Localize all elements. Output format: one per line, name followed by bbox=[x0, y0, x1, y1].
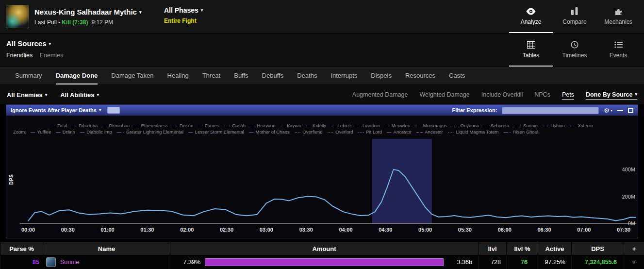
amount-percent: 7.39% bbox=[173, 259, 200, 266]
legend-item-mother-of-chaos[interactable]: —Mother of Chaos bbox=[249, 129, 290, 134]
legend-item-overlord[interactable]: ····Overlord bbox=[328, 129, 353, 134]
y-axis-title: DPS bbox=[9, 174, 14, 185]
enemies-toggle[interactable]: Enemies bbox=[40, 52, 64, 59]
view-events[interactable]: Events bbox=[596, 34, 640, 67]
legend-item-risen-ghoul[interactable]: — ·Risen Ghoul bbox=[503, 129, 538, 134]
view-timelines[interactable]: Timelines bbox=[553, 34, 596, 67]
legend-dash-icon: – – bbox=[415, 123, 421, 128]
top-nav: Analyze Compare Mechanics bbox=[509, 0, 644, 33]
tab-damage-taken[interactable]: Damage Taken bbox=[111, 67, 153, 84]
tab-summary[interactable]: Summary bbox=[15, 67, 42, 84]
view-tables[interactable]: Tables bbox=[509, 34, 553, 67]
legend-item-fornes[interactable]: —Fornes bbox=[198, 123, 219, 128]
legend-item-kid-lly[interactable]: —Kidèlly bbox=[306, 123, 327, 128]
legend-item-xstenio[interactable]: ····Xstenio bbox=[570, 123, 593, 128]
friendlies-toggle[interactable]: Friendlies bbox=[6, 52, 33, 59]
legend-item-lesser-storm-elemental[interactable]: —Lesser Storm Elemental bbox=[188, 129, 244, 134]
legend-item-sunnie[interactable]: — ·Sunnie bbox=[514, 123, 538, 128]
legend-item-kayvar[interactable]: —Kayvar bbox=[281, 123, 301, 128]
all-enemies-dropdown[interactable]: All Enemies bbox=[7, 91, 47, 99]
tab-debuffs[interactable]: Debuffs bbox=[262, 67, 284, 84]
legend-item-ushioo[interactable]: ····Ushioo bbox=[543, 123, 565, 128]
legend-item-diabolic-imp[interactable]: —Diabolic Imp bbox=[80, 129, 112, 134]
col-name[interactable]: Name bbox=[43, 242, 170, 255]
col-plus[interactable]: + bbox=[624, 242, 644, 255]
legend-item-dkminhao[interactable]: —Dkminhao bbox=[102, 123, 130, 128]
zoom-selection-band[interactable] bbox=[372, 139, 432, 223]
legend-item-pit-lord[interactable]: ····Pit Lord bbox=[358, 129, 382, 134]
tab-buffs[interactable]: Buffs bbox=[234, 67, 248, 84]
option-npcs[interactable]: NPCs bbox=[534, 90, 550, 99]
dps-chart-svg[interactable]: 00:0000:3001:0001:3002:0002:3003:0003:30… bbox=[6, 136, 638, 238]
tab-dispels[interactable]: Dispels bbox=[371, 67, 392, 84]
legend-item-total[interactable]: —Total bbox=[51, 123, 67, 128]
legend-dash-icon: ···· bbox=[295, 129, 301, 134]
col-parse[interactable]: Parse % bbox=[0, 242, 43, 255]
all-sources-dropdown[interactable]: All Sources bbox=[6, 39, 63, 48]
all-abilities-dropdown[interactable]: All Abilities bbox=[60, 91, 99, 99]
dps-chart[interactable]: DPS 00:0000:3001:0001:3002:0002:3003:000… bbox=[6, 135, 638, 238]
legend-item-ancestor[interactable]: – –Ancestor bbox=[416, 129, 443, 134]
legend-item-greater-lightning-elemental[interactable]: — ·Greater Lightning Elemental bbox=[116, 129, 183, 134]
maximize-icon[interactable] bbox=[628, 108, 633, 113]
player-name[interactable]: Sunnie bbox=[60, 259, 79, 266]
sources-block: All Sources Friendlies Enemies bbox=[0, 34, 63, 67]
legend-item-liandriin[interactable]: —Liandriin bbox=[356, 123, 380, 128]
legend-item-morsmagus[interactable]: – –Morsmagus bbox=[415, 123, 447, 128]
col-ilvl[interactable]: Ilvl bbox=[479, 242, 507, 255]
tab-casts[interactable]: Casts bbox=[449, 67, 465, 84]
col-ilvl-pct[interactable]: Ilvl % bbox=[507, 242, 538, 255]
legend-item-etherealness[interactable]: —Etherealness bbox=[134, 123, 168, 128]
x-tick-label: 03:30 bbox=[299, 227, 313, 233]
tab-interrupts[interactable]: Interrupts bbox=[330, 67, 357, 84]
legend-item-seboreia[interactable]: —Seboreia bbox=[484, 123, 509, 128]
legend-dash-icon: — bbox=[385, 123, 390, 128]
phase-dropdown[interactable]: All Phases bbox=[164, 6, 203, 14]
legend-item-heavann[interactable]: —Heavann bbox=[250, 123, 276, 128]
ignore-deaths-dropdown[interactable]: Ignore Events After Player Deaths bbox=[11, 107, 101, 113]
legend-item-meowfec[interactable]: —Meowfec bbox=[385, 123, 410, 128]
expand-row-button[interactable]: + bbox=[624, 255, 644, 269]
tab-healing[interactable]: Healing bbox=[167, 67, 189, 84]
option-include-overkill[interactable]: Include Overkill bbox=[481, 90, 523, 99]
legend-item-oriyanna[interactable]: – –Oriyanna bbox=[452, 123, 479, 128]
legend-item-firezin[interactable]: —Firezin bbox=[173, 123, 193, 128]
legend-item-ancestor[interactable]: —Ancestor bbox=[387, 129, 412, 134]
col-active[interactable]: Active bbox=[538, 242, 572, 255]
col-amount[interactable]: Amount bbox=[170, 242, 479, 255]
option-pets[interactable]: Pets bbox=[562, 90, 574, 100]
legend-item--r-rin[interactable]: —Ðrárin bbox=[56, 129, 75, 134]
nav-analyze[interactable]: Analyze bbox=[509, 0, 553, 33]
nav-mechanics[interactable]: Mechanics bbox=[596, 0, 640, 33]
parse-value[interactable]: 85 bbox=[33, 259, 39, 266]
legend-item-yuffiee[interactable]: —Yuffiee bbox=[31, 129, 51, 134]
filter-expression-input[interactable] bbox=[502, 107, 599, 114]
option-done-by-source[interactable]: Done By Source bbox=[586, 90, 637, 100]
dps-total-line bbox=[28, 169, 636, 221]
option-weighted-damage[interactable]: Weighted Damage bbox=[419, 90, 469, 99]
legend-name: Yuffiee bbox=[37, 129, 51, 134]
view-timelines-label: Timelines bbox=[562, 52, 587, 59]
zoom-label: Zoom: bbox=[13, 129, 26, 134]
tab-resources[interactable]: Resources bbox=[405, 67, 435, 84]
gear-icon[interactable] bbox=[604, 107, 612, 114]
legend-dash-icon: ···· bbox=[328, 129, 334, 134]
tab-damage-done[interactable]: Damage Done bbox=[56, 67, 98, 84]
legend-item-overfiend[interactable]: ····Overfiend bbox=[295, 129, 323, 134]
view-tables-label: Tables bbox=[523, 52, 540, 59]
x-tick-label: 00:00 bbox=[21, 227, 35, 233]
header-light-box[interactable] bbox=[107, 107, 120, 114]
col-dps[interactable]: DPS bbox=[572, 242, 624, 255]
boss-title-dropdown[interactable]: Nexus-King Salhadaar Mythic bbox=[34, 8, 141, 16]
tab-threat[interactable]: Threat bbox=[202, 67, 221, 84]
legend-row-1: —Total—Dibizinha—Dkminhao—Etherealness—F… bbox=[11, 122, 633, 129]
minimize-icon[interactable] bbox=[617, 110, 623, 111]
legend-item-liquid-magma-totem[interactable]: ····Liquid Magma Totem bbox=[448, 129, 499, 134]
nav-compare[interactable]: Compare bbox=[553, 0, 596, 33]
tab-deaths[interactable]: Deaths bbox=[297, 67, 317, 84]
clock-icon bbox=[571, 41, 578, 49]
legend-item-dibizinha[interactable]: —Dibizinha bbox=[72, 123, 98, 128]
option-augmented-damage[interactable]: Augmented Damage bbox=[352, 90, 408, 99]
legend-item-lebic-[interactable]: —Lebicé bbox=[331, 123, 351, 128]
legend-item-goshh[interactable]: ····Goshh bbox=[224, 123, 246, 128]
